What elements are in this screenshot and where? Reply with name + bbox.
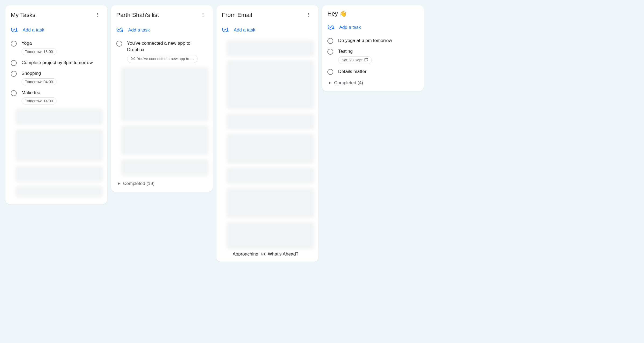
task-title: Yoga [22, 40, 103, 47]
list-header: Hey 👋 [327, 10, 420, 17]
task-title: You've connected a new app to Dropbox [127, 40, 208, 53]
add-task-icon [116, 26, 123, 34]
redacted-content [16, 109, 103, 125]
task-item[interactable] [221, 186, 314, 220]
task-item[interactable] [116, 123, 209, 157]
redacted-content [227, 134, 314, 163]
task-content: Do yoga at 6 pm tomorrow [338, 37, 419, 44]
add-task-label: Add a task [339, 25, 361, 30]
svg-point-13 [308, 13, 309, 14]
task-date-chip[interactable]: Tomorrow, 04:00 [22, 78, 57, 85]
task-item[interactable] [116, 65, 209, 123]
task-email-text: You've connected a new app to … [137, 57, 194, 61]
svg-point-14 [308, 14, 309, 15]
task-item[interactable]: You've connected a new app to DropboxYou… [116, 38, 209, 65]
repeat-icon [364, 58, 368, 63]
task-item[interactable]: Details matter [327, 66, 420, 77]
task-complete-checkbox[interactable] [327, 49, 333, 55]
task-complete-checkbox[interactable] [327, 38, 333, 44]
redacted-content [121, 125, 208, 155]
task-date-text: Tomorrow, 18:00 [25, 50, 53, 54]
add-task-button[interactable]: Add a task [221, 24, 314, 38]
add-task-button[interactable]: Add a task [327, 21, 420, 35]
task-date-chip[interactable]: Tomorrow, 18:00 [22, 48, 57, 55]
list-title: My Tasks [11, 12, 35, 19]
chevron-right-icon [118, 182, 120, 185]
task-content: YogaTomorrow, 18:00 [22, 40, 103, 55]
add-task-button[interactable]: Add a task [10, 24, 103, 38]
task-item[interactable] [10, 184, 103, 199]
svg-point-0 [97, 13, 98, 14]
task-date-text: Tomorrow, 14:00 [25, 99, 53, 103]
svg-point-8 [203, 16, 204, 16]
add-task-icon [11, 26, 18, 34]
completed-toggle[interactable]: Completed (19) [116, 178, 209, 187]
task-list: Hey 👋Add a taskDo yoga at 6 pm tomorrowT… [322, 5, 424, 91]
task-complete-checkbox[interactable] [327, 69, 333, 75]
completed-label: Completed (4) [334, 80, 363, 86]
add-task-button[interactable]: Add a task [116, 24, 209, 38]
task-item[interactable] [10, 107, 103, 127]
more-vert-icon [306, 12, 311, 18]
list-title: Hey 👋 [327, 10, 347, 17]
task-item[interactable]: Make teaTomorrow, 14:00 [10, 88, 103, 107]
task-item[interactable] [221, 111, 314, 132]
completed-label: Completed (19) [123, 181, 155, 186]
add-task-icon [327, 23, 334, 32]
redacted-content [227, 188, 314, 218]
more-vert-icon [201, 12, 205, 18]
task-title: Shopping [22, 70, 103, 77]
svg-point-7 [203, 14, 204, 15]
task-item[interactable]: TestingSat, 28 Sept [327, 46, 420, 66]
task-item[interactable]: ShoppingTomorrow, 04:00 [10, 68, 103, 88]
add-task-icon [222, 26, 229, 34]
task-item[interactable]: Do yoga at 6 pm tomorrow [327, 35, 420, 46]
task-date-chip[interactable]: Tomorrow, 14:00 [22, 97, 57, 104]
more-options-button[interactable] [304, 10, 313, 20]
task-item[interactable]: Complete project by 3pm tomorrow [10, 57, 103, 68]
redacted-content [16, 186, 103, 197]
more-options-button[interactable] [93, 10, 102, 20]
add-task-label: Add a task [128, 27, 150, 33]
redacted-content [121, 159, 208, 176]
task-title: Do yoga at 6 pm tomorrow [338, 37, 419, 44]
redacted-content [227, 168, 314, 184]
task-content: You've connected a new app to DropboxYou… [127, 40, 208, 63]
task-email-chip[interactable]: You've connected a new app to … [127, 55, 198, 63]
task-item[interactable] [221, 132, 314, 166]
task-title: Complete project by 3pm tomorrow [22, 60, 103, 66]
task-item[interactable] [221, 166, 314, 186]
task-item[interactable] [221, 58, 314, 111]
redacted-content [227, 61, 314, 109]
task-content: ShoppingTomorrow, 04:00 [22, 70, 103, 85]
redacted-content [227, 40, 314, 56]
task-content: Make teaTomorrow, 14:00 [22, 90, 103, 105]
completed-toggle[interactable]: Completed (4) [327, 77, 420, 86]
task-complete-checkbox[interactable] [11, 41, 17, 47]
task-item[interactable] [10, 127, 103, 164]
task-date-chip[interactable]: Sat, 28 Sept [338, 56, 372, 64]
task-complete-checkbox[interactable] [11, 71, 17, 77]
redacted-content [16, 129, 103, 162]
task-item[interactable] [221, 220, 314, 251]
task-complete-checkbox[interactable] [11, 90, 17, 96]
task-list: Parth Shah's listAdd a taskYou've connec… [111, 5, 213, 192]
redacted-content [227, 222, 314, 249]
more-options-button[interactable] [198, 10, 208, 20]
task-item[interactable]: YogaTomorrow, 18:00 [10, 38, 103, 57]
task-content: TestingSat, 28 Sept [338, 48, 419, 64]
task-complete-checkbox[interactable] [11, 60, 17, 66]
task-item[interactable] [10, 164, 103, 184]
list-title: Parth Shah's list [116, 12, 159, 19]
task-complete-checkbox[interactable] [116, 41, 122, 47]
svg-point-6 [203, 13, 204, 14]
add-task-label: Add a task [234, 27, 255, 33]
task-item[interactable] [221, 38, 314, 58]
list-header: Parth Shah's list [116, 10, 209, 20]
chevron-right-icon [329, 82, 331, 84]
task-list: My TasksAdd a taskYogaTomorrow, 18:00Com… [5, 5, 107, 204]
svg-point-1 [97, 14, 98, 15]
task-title: Approaching! 👀 What's Ahead? [221, 251, 314, 257]
task-item[interactable] [116, 157, 209, 178]
task-content: Complete project by 3pm tomorrow [22, 60, 103, 66]
